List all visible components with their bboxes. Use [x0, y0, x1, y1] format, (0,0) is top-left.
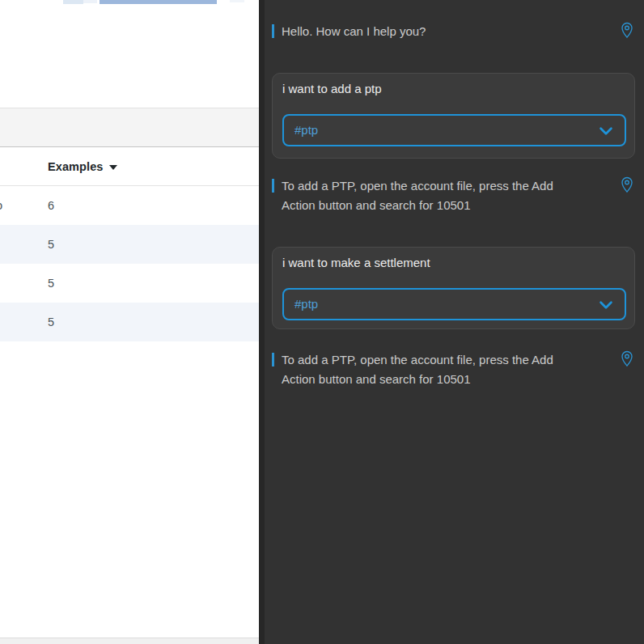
- message-accent-bar: [272, 353, 274, 366]
- location-pin-icon[interactable]: [621, 350, 633, 367]
- bottom-strip: [0, 638, 259, 644]
- chevron-down-icon: [597, 296, 615, 314]
- bot-message: Hello. How can I help you?: [272, 22, 635, 41]
- intent-dropdown[interactable]: #ptp: [282, 288, 626, 320]
- bot-message: To add a PTP, open the account file, pre…: [272, 350, 635, 389]
- intent-dropdown-value: #ptp: [294, 116, 318, 145]
- user-utterance-card: i want to add a ptp #ptp: [272, 73, 635, 159]
- bot-message: To add a PTP, open the account file, pre…: [272, 176, 635, 215]
- table-row[interactable]: 5: [0, 225, 259, 264]
- chevron-down-icon: [597, 122, 615, 140]
- location-pin-icon[interactable]: [621, 22, 633, 39]
- clipped-top-fragment: [230, 0, 244, 2]
- clipped-cell-text: o: [0, 186, 2, 225]
- chat-preview-panel: Hello. How can I help you? i want to add…: [259, 0, 644, 644]
- bot-message-text: Hello. How can I help you?: [282, 22, 570, 41]
- user-utterance-card: i want to make a settlement #ptp: [272, 247, 635, 329]
- left-panel: Examples o 6 5 5 5: [0, 0, 259, 644]
- table-body: o 6 5 5 5: [0, 186, 259, 341]
- examples-count-cell: 5: [48, 225, 54, 264]
- clipped-top-fragment: [83, 0, 97, 3]
- toolbar-band: [0, 108, 259, 146]
- location-pin-icon[interactable]: [621, 176, 633, 193]
- examples-count-cell: 5: [48, 303, 54, 341]
- column-header-examples[interactable]: Examples: [48, 147, 117, 185]
- bot-message-text: To add a PTP, open the account file, pre…: [282, 176, 570, 215]
- sort-caret-down-icon: [109, 165, 117, 170]
- message-accent-bar: [272, 24, 274, 38]
- table-header-row: Examples: [0, 147, 259, 185]
- bot-message-text: To add a PTP, open the account file, pre…: [282, 350, 570, 389]
- intent-dropdown-value: #ptp: [294, 290, 318, 319]
- table-row[interactable]: o 6: [0, 186, 259, 225]
- clipped-top-fragment: [63, 0, 83, 4]
- utterance-text: i want to add a ptp: [282, 82, 382, 95]
- examples-count-cell: 5: [48, 264, 54, 303]
- selection-highlight-bar: [100, 0, 217, 4]
- table-row[interactable]: 5: [0, 303, 259, 341]
- intent-dropdown[interactable]: #ptp: [282, 114, 626, 146]
- examples-count-cell: 6: [48, 186, 54, 225]
- utterance-text: i want to make a settlement: [282, 256, 430, 269]
- screen: Examples o 6 5 5 5: [0, 0, 644, 644]
- column-header-label: Examples: [48, 160, 104, 173]
- table-row[interactable]: 5: [0, 264, 259, 303]
- chat-panel-gutter: [259, 0, 265, 644]
- message-accent-bar: [272, 179, 274, 193]
